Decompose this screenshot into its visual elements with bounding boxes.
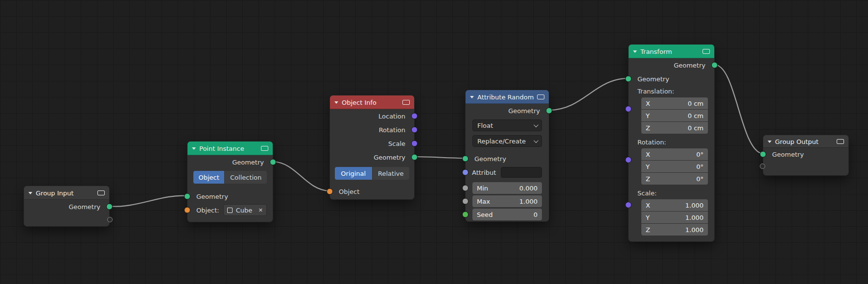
socket-geometry-input[interactable] [760,151,766,158]
max-label: Max [477,198,490,205]
object-button[interactable]: Object [193,171,224,184]
wire-attribute-randomize-to-transform [549,78,628,110]
node-title: Object Info [342,99,399,106]
node-object-info[interactable]: Object Info Location Rotation Scale Geom… [329,95,415,200]
node-transform[interactable]: Transform Geometry Geometry Translation:… [628,44,715,242]
output-row-scale: Scale [330,137,414,150]
socket-attribute-input[interactable] [462,169,469,176]
min-slider[interactable]: Min 0.000 [472,182,542,194]
translation-z-field[interactable]: Z 0 cm [641,122,708,134]
socket-geometry-output[interactable] [411,154,418,161]
rotation-vector-fields: X 0° Y 0° Z 0° [629,148,714,185]
socket-geometry-output[interactable] [711,62,718,69]
node-header[interactable]: Group Input [24,186,109,200]
node-header[interactable]: Object Info [330,95,414,109]
monitor-icon[interactable] [837,139,844,144]
axis-value: 1.000 [685,202,704,209]
node-title: Transform [640,48,699,55]
socket-geometry-input[interactable] [625,76,632,82]
input-row-min: Min 0.000 [466,182,549,194]
input-row-max: Max 1.000 [466,195,549,207]
node-header[interactable]: Attribute Randomi.. [466,90,549,104]
monitor-icon[interactable] [402,100,410,105]
original-button[interactable]: Original [335,167,372,180]
chevron-down-icon [534,138,539,143]
socket-geometry-input[interactable] [462,156,469,162]
socket-geometry-output[interactable] [546,108,552,114]
scale-label: Scale: [629,188,714,199]
socket-geometry-input[interactable] [184,193,190,200]
output-label: Rotation [379,126,405,134]
socket-translation-input[interactable] [625,106,632,112]
translation-x-field[interactable]: X 0 cm [641,97,708,109]
node-point-instance[interactable]: Point Instance Geometry Object Collectio… [187,141,273,222]
attribute-label: Attribut [472,169,496,176]
monitor-icon[interactable] [703,49,710,54]
mode-value: Replace/Create [477,138,526,145]
socket-rotation-output[interactable] [411,127,418,133]
scale-x-field[interactable]: X 1.000 [641,199,708,211]
output-row-rotation: Rotation [330,123,414,137]
object-picker-field[interactable]: Cube ✕ [223,204,267,216]
socket-virtual-output[interactable] [107,217,113,222]
mode-dropdown[interactable]: Replace/Create [472,135,542,147]
axis-value: 0 cm [688,124,704,132]
seed-slider[interactable]: Seed 0 [472,209,542,220]
collapse-arrow-icon[interactable] [470,96,474,98]
translation-y-field[interactable]: Y 0 cm [641,110,708,121]
relative-button[interactable]: Relative [373,167,410,180]
max-value: 1.000 [519,198,538,205]
node-group-input[interactable]: Group Input Geometry [23,186,110,227]
collapse-arrow-icon[interactable] [334,101,338,104]
node-group-output[interactable]: Group Output Geometry [763,135,849,176]
max-slider[interactable]: Max 1.000 [472,195,542,207]
attribute-name-input[interactable] [501,167,542,178]
socket-scale-input[interactable] [625,202,632,208]
socket-object-input[interactable] [184,207,190,213]
monitor-icon[interactable] [537,95,544,99]
socket-virtual-input[interactable] [760,164,765,169]
socket-min-input[interactable] [462,185,469,191]
input-label: Geometry [474,155,506,163]
scale-z-field[interactable]: Z 1.000 [641,224,708,236]
input-row-geometry: Geometry [466,152,549,166]
output-label: Geometry [374,154,405,161]
socket-location-output[interactable] [411,113,418,119]
rotation-x-field[interactable]: X 0° [641,148,708,160]
node-editor-canvas[interactable]: Group Input Geometry Point Instance Geom… [0,0,868,284]
monitor-icon[interactable] [97,190,105,195]
min-value: 0.000 [519,185,538,192]
monitor-icon[interactable] [261,146,268,151]
socket-object-input[interactable] [327,189,333,195]
node-header[interactable]: Group Output [763,135,848,148]
node-header[interactable]: Point Instance [188,142,273,155]
socket-geometry-output[interactable] [106,204,113,210]
socket-seed-input[interactable] [462,212,469,218]
transform-space-buttons: Original Relative [335,167,409,180]
scale-y-field[interactable]: Y 1.000 [641,212,708,223]
collapse-arrow-icon[interactable] [28,192,32,194]
axis-value: 0 cm [688,100,704,107]
input-label: Geometry [196,193,228,200]
axis-value: 0° [696,151,704,158]
rotation-z-field[interactable]: Z 0° [641,173,708,185]
axis-value: 0° [696,175,704,183]
translation-label: Translation: [629,86,714,97]
output-row-geometry: Geometry [466,104,549,118]
socket-scale-output[interactable] [411,141,418,147]
output-label: Geometry [674,62,705,69]
socket-rotation-input[interactable] [625,157,632,163]
data-type-dropdown[interactable]: Float [472,119,542,131]
collection-button[interactable]: Collection [225,171,267,184]
rotation-y-field[interactable]: Y 0° [641,161,708,172]
node-header[interactable]: Transform [629,45,714,58]
node-attribute-randomize[interactable]: Attribute Randomi.. Geometry Float Repla… [465,90,549,222]
clear-object-icon[interactable]: ✕ [258,207,263,213]
socket-max-input[interactable] [462,198,469,205]
node-title: Group Input [36,189,94,197]
socket-geometry-output[interactable] [270,159,276,166]
object-picker-value[interactable]: Cube [236,207,253,214]
collapse-arrow-icon[interactable] [768,141,772,143]
collapse-arrow-icon[interactable] [192,147,196,150]
collapse-arrow-icon[interactable] [633,50,637,53]
